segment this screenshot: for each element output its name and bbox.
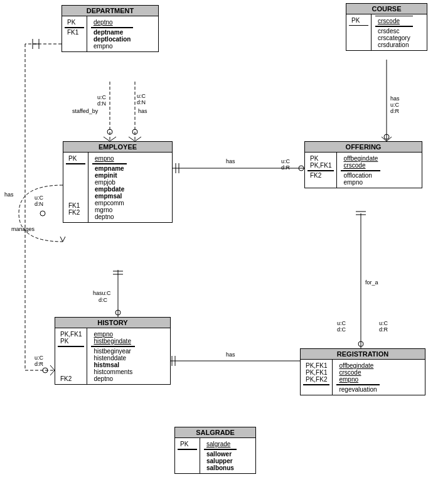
uc-dr-course-label: u:Cd:R (390, 102, 399, 114)
sal-pk-attr: salgrade (204, 439, 237, 449)
has-emp-off-label: has (226, 158, 235, 164)
department-title: DEPARTMENT (62, 6, 158, 16)
svg-line-43 (50, 370, 55, 375)
course-pk-attr: crscode (375, 16, 413, 26)
hist-attrs: histbeginyear histenddate histmsal histc… (91, 346, 135, 383)
salgrade-entity: SALGRADE PK salgrade sallower salupper s… (174, 427, 256, 474)
svg-line-16 (382, 137, 387, 141)
offering-title: OFFERING (305, 142, 422, 153)
er-diagram: staffed_by has u:Cd:N u:Cd:N has u:Cd:R … (0, 0, 433, 504)
off-pk-label: PKPK,FK1 (307, 154, 334, 171)
reg-pk-labels: PK,FK1PK,FK1PK,FK2 (303, 361, 329, 385)
uc-c-dept-label: u:Cd:N (137, 93, 146, 105)
dept-fk1-label: FK1 (65, 28, 84, 36)
history-entity: HISTORY PK,FK1PK FK2 empnohistbegindate … (55, 317, 171, 385)
sal-pk-label: PK (178, 439, 197, 449)
svg-line-6 (129, 137, 135, 141)
uc-dc-reg-label: u:Cd:C (337, 320, 346, 333)
emp-fk-labels: FK1FK2 (66, 164, 85, 217)
offering-entity: OFFERING PKPK,FK1 FK2 offbegindatecrscod… (304, 141, 422, 188)
registration-entity: REGISTRATION PK,FK1PK,FK1PK,FK2 offbegin… (300, 348, 425, 395)
emp-pk-label: PK (66, 154, 85, 164)
reg-fk-empty (303, 385, 329, 394)
svg-point-41 (43, 368, 48, 373)
course-entity: COURSE PK crscode crsdesccrscategorycrsd… (346, 3, 427, 51)
svg-point-34 (358, 341, 363, 346)
uc-dr-hist-label: u:Cd:R (35, 355, 43, 367)
dept-attrs: deptnamedeptlocationempno (91, 28, 133, 50)
svg-point-24 (115, 310, 120, 315)
svg-point-15 (384, 134, 389, 139)
svg-line-19 (60, 237, 63, 242)
employee-title: EMPLOYEE (63, 142, 172, 153)
staffed-by-label: staffed_by (72, 108, 98, 114)
has-hist-label: has (226, 351, 235, 358)
dept-pk-label: PK (65, 18, 84, 28)
svg-point-3 (107, 129, 112, 134)
svg-line-7 (135, 137, 141, 141)
reg-attrs: regevaluation (336, 385, 379, 394)
uc-dr-reg-label: u:Cd:R (379, 320, 388, 333)
course-fk-empty (349, 26, 368, 34)
manages-label: manages (11, 226, 35, 232)
off-attrs: offlocationempno (341, 171, 380, 186)
emp-pk-attr: empno (92, 154, 127, 164)
has-course-label: has (390, 95, 400, 102)
salgrade-title: SALGRADE (175, 427, 255, 438)
course-title: COURSE (346, 4, 427, 14)
hist-pk-attrs: empnohistbegindate (91, 330, 135, 346)
sal-attrs: sallower salupper salbonus (204, 449, 237, 472)
svg-line-20 (63, 237, 65, 242)
svg-point-11 (299, 166, 304, 171)
for-a-label: for_a (365, 279, 378, 286)
course-attrs: crsdesccrscategorycrsduration (375, 26, 413, 49)
department-entity: DEPARTMENT PK FK1 deptno deptnamedeptloc… (61, 5, 159, 52)
employee-entity: EMPLOYEE PK FK1FK2 empno empname empinit… (63, 141, 173, 223)
dept-pk-attr: deptno (91, 18, 133, 28)
reg-pk-attrs: offbegindate crscode empno (336, 361, 379, 385)
hasu-c-label: hasu:C (93, 290, 111, 296)
d-c-label: d:C (99, 297, 107, 303)
svg-line-42 (50, 365, 55, 370)
course-pk-label: PK (349, 16, 368, 26)
emp-attrs: empname empinit empjob empbdate empmsal … (92, 164, 127, 221)
uc-dr-off-label: u:Cd:R (281, 158, 290, 171)
svg-line-2 (110, 137, 116, 141)
uc-dn-dept-label: u:Cd:N (97, 94, 106, 107)
svg-point-5 (132, 129, 137, 134)
registration-title: REGISTRATION (301, 349, 425, 360)
has-dept-label: has (138, 108, 147, 114)
svg-line-17 (387, 137, 392, 141)
history-title: HISTORY (55, 318, 170, 328)
sal-fk-empty (178, 449, 197, 458)
hist-fk2-label: FK2 (58, 346, 84, 383)
has-left-label: has (4, 191, 14, 198)
uc-dn-left-label: u:Cd:N (35, 195, 43, 207)
svg-line-1 (104, 137, 110, 141)
hist-pk-labels: PK,FK1PK (58, 330, 84, 346)
off-pk-attrs: offbegindatecrscode (341, 154, 380, 171)
off-fk2-label: FK2 (307, 171, 334, 180)
svg-point-18 (40, 211, 45, 216)
